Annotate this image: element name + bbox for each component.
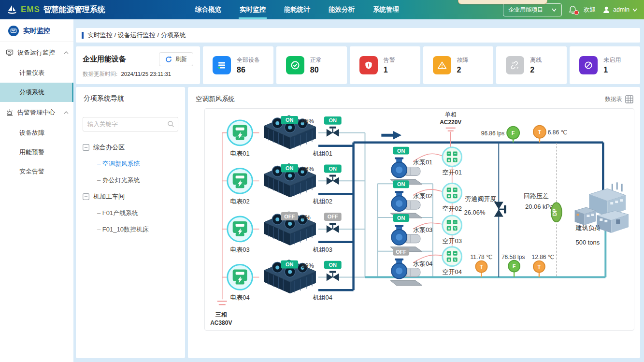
sidebar-item-subsystems[interactable]: 分项系统 xyxy=(0,83,73,102)
return-temp-sensor-b[interactable]: 12.86 ℃ T xyxy=(532,254,555,277)
svg-text:机组04: 机组04 xyxy=(313,294,332,301)
user-menu[interactable]: admin xyxy=(602,6,637,14)
svg-text:ON: ON xyxy=(286,117,294,123)
logo: EMS 智慧能源管理系统 xyxy=(7,4,166,15)
sidebar-group-alarm-center[interactable]: 告警管理中心 xyxy=(0,102,73,123)
breaker-4[interactable]: 空开04 xyxy=(443,247,462,276)
project-select[interactable]: 企业用能项目 xyxy=(503,3,562,16)
valve-icon[interactable] xyxy=(327,223,339,233)
refresh-icon xyxy=(165,56,172,63)
valve-icon[interactable] xyxy=(327,271,339,281)
diagram-panel: 空调新风系统 数据表 xyxy=(188,87,640,358)
broken-link-icon xyxy=(506,56,524,74)
three-phase-voltage: AC380V xyxy=(210,319,232,326)
breaker-1[interactable]: 空开01 xyxy=(443,147,462,176)
tree-leaf-f01-line[interactable]: F01产线系统 xyxy=(83,205,180,221)
svg-text:空开03: 空开03 xyxy=(443,237,462,245)
tree-leaf-f01-cnc[interactable]: F01_10数控机床 xyxy=(83,221,180,238)
tree-node-machining-shop[interactable]: 机加工车间 xyxy=(83,188,180,205)
refresh-button[interactable]: 刷新 xyxy=(159,52,193,66)
svg-text:OFF: OFF xyxy=(328,214,338,220)
valve-status-badge: ON xyxy=(324,116,342,125)
nav-efficiency[interactable]: 能效分析 xyxy=(328,1,356,19)
sidebar-title: 实时监控 xyxy=(23,27,50,35)
svg-text:F: F xyxy=(513,263,516,269)
stat-value: 1 xyxy=(603,66,621,74)
svg-text:6.86 ℃: 6.86 ℃ xyxy=(548,129,567,136)
pump-status-badge: ON xyxy=(393,214,409,222)
return-temp-sensor-a[interactable]: 11.78 ℃ T xyxy=(471,254,493,277)
app-title: 智慧能源管理系统 xyxy=(43,5,105,15)
unit-status-badge: ON xyxy=(281,261,298,269)
stat-card-disabled: 未启用 1 xyxy=(570,46,640,84)
tree-node-office-area[interactable]: 综合办公区 xyxy=(83,139,180,156)
data-table-toggle[interactable]: 数据表 xyxy=(605,95,633,103)
pump-row-1[interactable]: ON 水泵01 xyxy=(390,147,432,185)
breaker-2[interactable]: 空开02 xyxy=(443,183,462,212)
supply-flow-sensor[interactable]: 96.86 lps F xyxy=(481,127,519,143)
app-header: EMS 智慧能源管理系统 综合概览 实时监控 能耗统计 能效分析 系统管理 企业… xyxy=(0,0,644,19)
svg-text:机组03: 机组03 xyxy=(313,246,332,253)
logo-text: EMS xyxy=(21,5,40,14)
notification-bell[interactable] xyxy=(569,5,577,14)
supply-temp-sensor[interactable]: 6.86 ℃ T xyxy=(533,126,567,143)
svg-text:电表04: 电表04 xyxy=(230,294,249,301)
meter-node[interactable]: 电表04 xyxy=(228,265,253,302)
stat-value: 2 xyxy=(530,66,542,74)
chiller-unit[interactable]: 机组02 xyxy=(264,164,332,205)
sidebar-item-device-fault[interactable]: 设备故障 xyxy=(0,123,73,143)
meter-node[interactable]: 电表01 xyxy=(228,120,253,157)
nav-overview[interactable]: 综合概览 xyxy=(194,1,222,19)
updated-time-row: 数据更新时间: 2024/11/25 23:11:31 xyxy=(83,71,193,78)
stat-card-all-devices: 全部设备 86 xyxy=(203,46,273,84)
sidebar-item-safety-alarm[interactable]: 安全告警 xyxy=(0,162,73,181)
pump-row-4[interactable]: OFF 水泵04 xyxy=(390,248,432,286)
sidebar-group-label: 设备运行监控 xyxy=(17,48,55,57)
nav-system-mgmt[interactable]: 系统管理 xyxy=(372,1,400,19)
stat-card-alarm: 告警 1 xyxy=(350,46,420,84)
valve-status-badge: ON xyxy=(324,261,342,269)
stat-label: 故障 xyxy=(457,56,469,64)
valve-icon[interactable] xyxy=(327,174,339,185)
data-table-label: 数据表 xyxy=(605,95,622,103)
pump-status-badge: OFF xyxy=(393,248,409,256)
svg-text:ON: ON xyxy=(329,262,337,268)
tree-leaf-office-lighting[interactable]: 办公灯光系统 xyxy=(83,172,180,188)
unit-status-badge: ON xyxy=(281,116,298,124)
chevron-down-icon xyxy=(552,8,557,12)
valve-icon[interactable] xyxy=(327,127,339,137)
breaker-3[interactable]: 空开03 xyxy=(443,216,462,245)
sidebar-item-energy-warning[interactable]: 用能预警 xyxy=(0,143,73,162)
loop-dp-sensor[interactable]: 回路压差 20.06 kPa DP xyxy=(524,192,562,222)
svg-text:76.58 lps: 76.58 lps xyxy=(501,254,525,261)
chiller-unit[interactable]: 机组04 xyxy=(264,260,332,302)
nav-energy-stats[interactable]: 能耗统计 xyxy=(283,1,311,19)
stat-label: 全部设备 xyxy=(237,56,260,64)
meter-node[interactable]: 电表03 xyxy=(228,217,253,253)
svg-text:建筑负荷: 建筑负荷 xyxy=(575,224,601,232)
chiller-unit[interactable]: 机组01 xyxy=(264,116,332,157)
sidebar-group-device-monitor[interactable]: 设备运行监控 xyxy=(0,42,73,63)
meter-node[interactable]: 电表02 xyxy=(228,168,253,205)
flow-arrow xyxy=(381,131,401,140)
pump-row-2[interactable]: ON 水泵02 xyxy=(390,180,432,218)
breadcrumb: 实时监控 / 设备运行监控 / 分项系统 xyxy=(87,31,186,40)
unit-row-4: 电表04 机组04 ON 86% ON xyxy=(228,260,342,302)
tree-node-label: 机加工车间 xyxy=(93,192,125,201)
warning-triangle-icon xyxy=(433,56,451,74)
svg-text:ON: ON xyxy=(397,181,405,187)
pump-row-3[interactable]: ON 水泵03 xyxy=(390,214,432,252)
bypass-valve[interactable]: 旁通阀开度 26.06% xyxy=(464,195,506,217)
chiller-unit[interactable]: 机组03 xyxy=(264,212,332,253)
svg-text:ON: ON xyxy=(329,117,337,123)
svg-text:空开01: 空开01 xyxy=(443,169,462,176)
chevron-down-icon xyxy=(632,8,637,12)
tree-leaf-hvac-system[interactable]: 空调新风系统 xyxy=(83,156,180,172)
refresh-label: 刷新 xyxy=(175,55,187,63)
return-flow-sensor[interactable]: 76.58 lps F xyxy=(501,254,525,277)
building-load[interactable]: 建筑负荷 500 tons xyxy=(575,182,629,246)
search-input[interactable] xyxy=(83,117,178,131)
sidebar-item-metering[interactable]: 计量仪表 xyxy=(0,63,73,83)
nav-realtime[interactable]: 实时监控 xyxy=(239,1,267,19)
svg-text:12.86 ℃: 12.86 ℃ xyxy=(532,254,555,261)
